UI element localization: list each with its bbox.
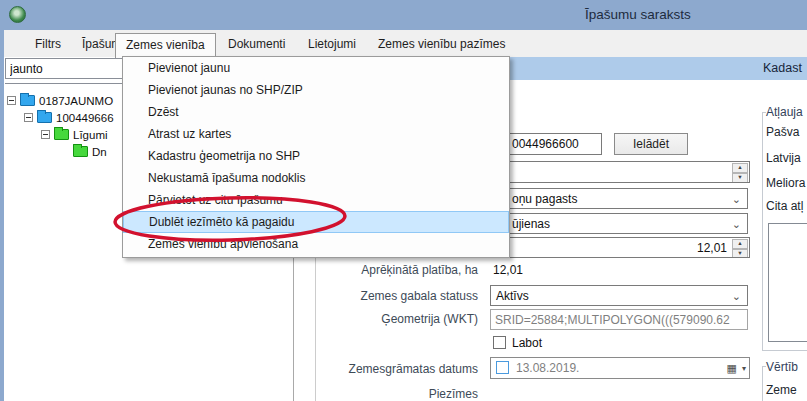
statuss-label: Zemes gabala statuss — [330, 289, 478, 303]
chevron-down-icon: ⌄ — [732, 291, 741, 301]
statuss-value: Aktīvs — [496, 289, 529, 303]
spin-down-icon[interactable]: ▼ — [732, 249, 748, 259]
menu-bar: Filtrs Īpašums Zemes vienība Dokumenti L… — [0, 30, 807, 57]
platiba-value: 12,01 — [493, 263, 523, 277]
right-panel-item: Cita atļ — [766, 199, 803, 213]
tree-item-label[interactable]: 100449666 — [56, 112, 114, 124]
window-title: Īpašumu saraksts — [585, 7, 691, 22]
spinner[interactable]: ▲ ▼ — [732, 163, 748, 183]
title-bar: Īpašumu saraksts — [0, 0, 807, 30]
menu-item-pievienot-jaunu[interactable]: Pievienot jaunu — [123, 57, 509, 79]
geometrija-wkt-value: SRID=25884;MULTIPOLYGON(((579090.62 — [495, 313, 730, 327]
zg-datums-label: Zemesgrāmatas datums — [330, 362, 478, 376]
calendar-icon[interactable]: ▦ — [727, 362, 737, 375]
groupbox-vertibas-border — [762, 366, 763, 401]
spin-up-icon[interactable]: ▲ — [732, 239, 748, 249]
menubar-item-zv-pazimes[interactable]: Zemes vienību pazīmes — [368, 33, 515, 55]
spinner[interactable]: ▲ ▼ — [732, 239, 748, 258]
atlaujas-listbox[interactable] — [768, 223, 807, 342]
chevron-down-icon: ⌄ — [732, 219, 741, 229]
vertibas-group-title: Vērtīb — [766, 360, 798, 374]
platiba-field-value: 12,01 — [697, 241, 727, 255]
menu-item-dzest[interactable]: Dzēst — [123, 101, 509, 123]
tree-row[interactable]: Dn — [73, 142, 107, 158]
window-left-border — [0, 30, 4, 401]
date-checkbox[interactable] — [496, 361, 509, 374]
geometrija-wkt-field: SRID=25884;MULTIPOLYGON(((579090.62 — [490, 309, 748, 330]
menu-item-atrast-uz-kartes[interactable]: Atrast uz kartes — [123, 123, 509, 145]
labot-label: Labot — [512, 336, 542, 350]
menu-item-nekustama-ipasuma-nodoklis[interactable]: Nekustamā īpašuma nodoklis — [123, 167, 509, 189]
ciems-value: ūjienas — [512, 217, 550, 231]
groupbox-atlaujas-border-bottom — [762, 350, 807, 351]
statuss-combobox[interactable]: Aktīvs ⌄ — [490, 285, 748, 306]
platiba-label: Aprēķinātā platība, ha — [330, 263, 478, 277]
spin-down-icon[interactable]: ▼ — [732, 173, 748, 183]
platiba-numeric-field[interactable]: 12,01 ▲ ▼ — [490, 237, 750, 258]
atlaujas-group-title: Atļauja — [766, 105, 803, 119]
menu-item-dublet-iezimeto[interactable]: Dublēt iezīmēto kā pagaidu — [123, 211, 509, 233]
chevron-down-icon: ⌄ — [732, 194, 741, 204]
right-panel-item: Zeme — [766, 383, 797, 397]
collapse-icon[interactable] — [41, 130, 50, 139]
pagasts-value: oņu pagasts — [512, 192, 577, 206]
labot-checkbox[interactable] — [493, 336, 506, 349]
app-leaf-icon — [9, 6, 26, 23]
cadastre-number-value: 0044966600 — [512, 137, 579, 151]
menu-item-apvienosana[interactable]: Zemes vienību apvienošana — [123, 233, 509, 255]
section-header-text: Kadast — [763, 61, 802, 75]
folder-green-icon — [54, 129, 69, 140]
tree-row[interactable]: 100449666 — [24, 108, 114, 124]
collapse-icon[interactable] — [7, 96, 16, 105]
zemes-vieniba-menu: Pievienot jaunu Pievienot jaunas no SHP/… — [122, 56, 510, 258]
ciems-combobox[interactable]: ūjienas ⌄ — [490, 213, 748, 234]
menubar-item-zemes-vieniba[interactable]: Zemes vienība — [115, 33, 216, 58]
folder-green-icon — [73, 146, 88, 157]
right-panel-item: Meliora — [766, 176, 805, 190]
menu-item-pievienot-jaunas-shp[interactable]: Pievienot jaunas no SHP/ZIP — [123, 79, 509, 101]
menubar-item-lietojumi[interactable]: Lietojumi — [298, 33, 366, 55]
folder-blue-icon — [37, 112, 52, 123]
folder-blue-icon — [20, 95, 35, 106]
tree-row[interactable]: 0187JAUNMO — [7, 91, 113, 107]
menu-item-parvietot[interactable]: Pārvietot uz citu īpašumu — [123, 189, 509, 211]
menubar-item-dokumenti[interactable]: Dokumenti — [218, 33, 295, 55]
zg-datums-field[interactable]: 13.08.2019. ▦ ▾ — [490, 357, 750, 379]
menubar-item-filtrs[interactable]: Filtrs — [25, 33, 71, 55]
pagasts-combobox[interactable]: oņu pagasts ⌄ — [490, 188, 748, 209]
zg-datums-value: 13.08.2019. — [516, 361, 579, 375]
calendar-dropdown-icon[interactable]: ▾ — [742, 364, 746, 373]
tree-item-label[interactable]: Dn — [92, 146, 107, 158]
right-panel-item: Latvija — [766, 151, 801, 165]
numeric-field-empty[interactable]: ▲ ▼ — [490, 161, 750, 183]
tree-row[interactable]: Līgumi — [41, 125, 108, 141]
collapse-icon[interactable] — [24, 113, 33, 122]
load-button[interactable]: Ielādēt — [614, 133, 688, 155]
geometrija-label: Ģeometrija (WKT) — [330, 312, 478, 326]
tree-item-label[interactable]: 0187JAUNMO — [39, 95, 113, 107]
groupbox-atlaujas-border — [762, 112, 763, 350]
piezimes-label: Piezīmes — [330, 387, 478, 401]
spin-up-icon[interactable]: ▲ — [732, 163, 748, 173]
menu-item-kadastru-geometrija[interactable]: Kadastru ģeometrija no SHP — [123, 145, 509, 167]
tree-item-label[interactable]: Līgumi — [73, 129, 108, 141]
right-panel-item: Pašva — [766, 125, 799, 139]
